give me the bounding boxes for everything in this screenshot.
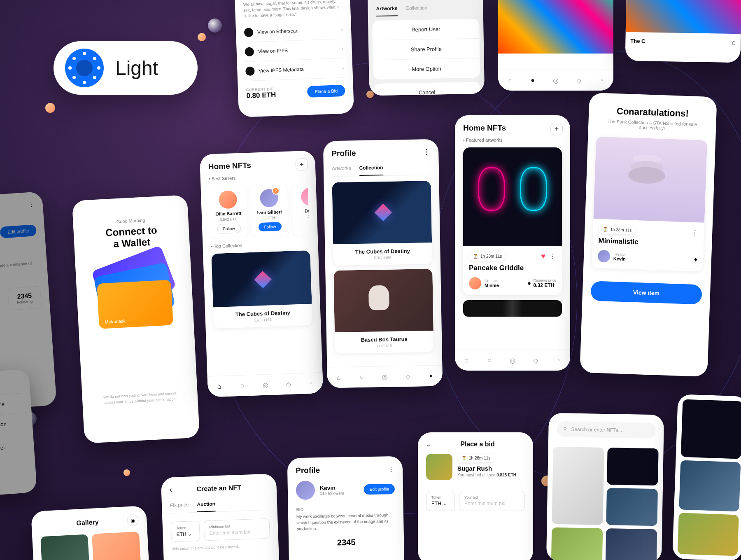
action-more[interactable]: More Option — [373, 58, 480, 80]
more-icon[interactable]: ⋮ — [0, 200, 35, 212]
home-icon[interactable]: ⌂ — [732, 39, 736, 46]
screen-gallery: Gallery ◉ — [31, 506, 150, 560]
search-result-thumb[interactable] — [606, 488, 658, 526]
bell-icon[interactable]: ◇ — [284, 380, 293, 389]
grid-thumb[interactable] — [677, 513, 739, 556]
search-result-thumb[interactable] — [552, 447, 604, 525]
add-button[interactable]: + — [295, 158, 308, 171]
close-icon[interactable]: ⌄ — [426, 441, 431, 448]
creator-avatar — [598, 250, 611, 263]
screen-profile-detail: Profile ⋮ Kevin 114 followers Edit profi… — [287, 456, 405, 560]
action-item[interactable]: t User — [0, 373, 26, 397]
compass-icon[interactable]: ◎ — [508, 356, 517, 365]
action-cancel[interactable]: Cancel — [373, 82, 481, 96]
stat-count: 2345 — [297, 537, 396, 548]
tab-artworks[interactable]: Artworks — [376, 1, 398, 16]
bio-label: BIO — [296, 506, 395, 512]
tab-collection[interactable]: Collection — [405, 1, 427, 16]
bell-icon[interactable]: ◇ — [531, 356, 540, 365]
nft-card[interactable]: The Cubes of Destiny ERC-1155 — [211, 250, 312, 329]
listed-nft-card[interactable]: ⏳ 1h 28m 11s ⋮ Minimalistic Creator Kevi… — [592, 136, 707, 271]
screen-home-featured: + Home NFTs • Featured artworks ⏳ 1h 28m… — [455, 115, 570, 371]
tab-auction[interactable]: Auction — [197, 497, 216, 512]
action-item[interactable]: e Option — [0, 413, 29, 435]
token-select[interactable]: Token ETH ⌄ — [170, 521, 200, 542]
search-icon[interactable]: ○ — [357, 373, 366, 382]
screen-place-bid: ⌄ Place a bid ⏳ 1h 28m 11s Sugar Rush Yo… — [418, 432, 533, 560]
screen-search: ⚲ Search or enter NFTs... — [546, 413, 664, 560]
artwork-title: The C — [630, 37, 645, 44]
action-cancel[interactable]: Cancel — [0, 436, 30, 459]
seller-card[interactable]: Ollie Barrett 3.842 ETH Follow — [209, 185, 247, 239]
more-icon[interactable]: ⋮ — [423, 147, 430, 156]
token-select[interactable]: Token ETH ⌄ — [426, 491, 455, 511]
nft-card[interactable]: The Cubes of Destiny ERC-1155 — [332, 181, 432, 266]
action-report[interactable]: Report User — [372, 19, 480, 41]
bid-input[interactable]: Your bid Enter minimum bid — [459, 491, 525, 511]
tabbar: ⌂ ○ ◎ ◇ ◦ — [455, 350, 570, 371]
home-icon[interactable]: ⌂ — [462, 356, 471, 365]
search-result-thumb[interactable] — [607, 448, 659, 485]
view-item-button[interactable]: View item — [590, 281, 702, 304]
home-icon[interactable]: ⌂ — [505, 76, 514, 85]
action-item[interactable]: e Profile — [0, 393, 28, 416]
screen-grid-partial — [672, 394, 741, 560]
profile-icon[interactable]: ◦ — [554, 356, 563, 365]
bell-icon[interactable]: ◇ — [574, 76, 583, 85]
home-icon[interactable]: ⌂ — [334, 373, 343, 382]
nft-thumbnail — [426, 454, 452, 480]
back-icon[interactable]: ‹ — [169, 485, 172, 494]
featured-nft-card[interactable]: ⏳ 1h 28m 11s ♥ ⋮ Pancake Griddle Creator… — [463, 147, 562, 295]
screen-congratulations: Conaratulations! The Punk Collection – S… — [580, 93, 717, 377]
more-icon[interactable]: ⋮ — [550, 252, 556, 260]
seller-card[interactable]: Dollie 2.5 — [291, 183, 309, 236]
price-value: 0.32 ETH — [533, 282, 556, 288]
compass-icon[interactable]: ◎ — [261, 380, 270, 390]
follow-button[interactable]: Follow — [217, 224, 241, 234]
minimum-bid-input[interactable]: Minimum bid Enter minimum bid — [203, 518, 270, 541]
link-etherscan[interactable]: View on Etherscan › — [244, 20, 343, 42]
dot-icon[interactable]: ● — [528, 76, 537, 85]
search-icon[interactable]: ○ — [238, 381, 247, 390]
wallet-card-metamask[interactable]: Metamask — [97, 280, 173, 329]
profile-avatar — [296, 481, 315, 500]
profile-icon[interactable]: ▪ — [426, 371, 436, 380]
gallery-item[interactable] — [40, 534, 90, 560]
home-icon[interactable]: ⌂ — [214, 382, 224, 391]
profile-icon[interactable]: ◦ — [597, 76, 606, 85]
tab-artworks[interactable]: Artworks — [332, 161, 351, 176]
tab-collection[interactable]: Collection — [359, 161, 383, 176]
profile-icon[interactable]: ◦ — [307, 379, 316, 388]
add-button[interactable]: + — [550, 123, 563, 135]
search-icon[interactable]: ○ — [485, 356, 494, 365]
bell-icon[interactable]: ◇ — [403, 372, 412, 381]
camera-icon[interactable]: ◉ — [127, 514, 139, 526]
follow-button[interactable]: Follow — [258, 222, 282, 231]
tab-fix-price[interactable]: Fix price — [170, 498, 189, 513]
nft-title: Pancake Griddle — [469, 264, 556, 272]
compass-icon[interactable]: ◎ — [380, 372, 389, 381]
grid-thumb[interactable] — [681, 399, 741, 459]
more-icon[interactable]: ⋮ — [692, 229, 699, 237]
grid-thumb[interactable] — [679, 460, 741, 511]
eth-icon: ♦ — [527, 280, 531, 287]
compass-icon[interactable]: ◎ — [551, 76, 560, 85]
nft-card[interactable]: Based Bos Taurus ERC-415 — [333, 269, 433, 354]
gallery-item[interactable] — [92, 532, 141, 560]
link-ipfs[interactable]: View on IPFS › — [245, 39, 344, 62]
etherscan-icon — [244, 28, 254, 37]
edit-profile-button[interactable]: Edit profile — [364, 483, 395, 494]
favorite-button[interactable]: ♥ — [541, 252, 545, 261]
edit-profile-button[interactable]: Edit profile — [0, 224, 37, 238]
search-result-thumb[interactable] — [606, 528, 657, 560]
link-metadata[interactable]: View IPFS Metadata › — [245, 58, 345, 81]
screen-create-nft: ‹ Create an NFT Fix price Auction Token … — [161, 474, 280, 560]
seller-card[interactable]: 2 Ivan Gilbert 3 ETH Follow — [250, 184, 289, 238]
action-share[interactable]: Share Profile — [373, 39, 480, 61]
place-bid-button[interactable]: Place a Bid — [307, 85, 345, 98]
wallet-cards[interactable]: Metamask — [83, 254, 186, 342]
more-icon[interactable]: ⋮ — [388, 465, 394, 473]
search-input[interactable]: ⚲ Search or enter NFTs... — [557, 421, 656, 439]
search-result-thumb[interactable] — [551, 527, 603, 560]
tabbar: ⌂ ● ◎ ◇ ◦ — [498, 70, 613, 91]
